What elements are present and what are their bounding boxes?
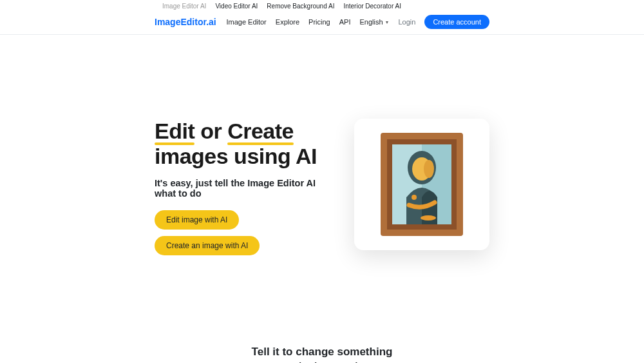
create-account-button[interactable]: Create account [424,15,489,29]
section2-title: Tell it to change something [0,346,644,358]
top-link-image-editor-ai[interactable]: Image Editor AI [162,3,206,10]
create-image-button[interactable]: Create an image with AI [155,236,260,255]
svg-point-7 [421,215,436,221]
language-label: English [359,18,383,26]
hero-section: Edit or Create images using AI It's easy… [0,35,644,255]
nav-image-editor[interactable]: Image Editor [226,18,266,26]
hero-title-or: or [194,119,227,143]
nav-api[interactable]: API [339,18,351,26]
cta-group: Edit image with AI Create an image with … [155,210,328,255]
top-product-links: Image Editor AI Video Editor AI Remove B… [0,0,644,12]
tell-it-section: Tell it to change something "Make the ca… [0,255,644,363]
nav-explore[interactable]: Explore [276,18,299,26]
navbar: ImageEditor.ai Image Editor Explore Pric… [0,12,644,35]
nav-right: Image Editor Explore Pricing API English… [226,15,489,29]
hero-title-create: Create [227,119,294,144]
nav-pricing[interactable]: Pricing [308,18,330,26]
hero-image-card [354,119,489,250]
language-dropdown[interactable]: English ▼ [359,18,389,26]
hero-left: Edit or Create images using AI It's easy… [155,119,328,255]
hero-title: Edit or Create images using AI [155,119,328,169]
chevron-down-icon: ▼ [385,20,390,25]
mona-lisa-icon [381,133,463,236]
top-link-remove-background-ai[interactable]: Remove Background AI [267,3,334,10]
hero-subtitle: It's easy, just tell the Image Editor AI… [155,178,328,199]
edit-image-button[interactable]: Edit image with AI [155,210,239,230]
hero-right [354,119,489,255]
top-link-video-editor-ai[interactable]: Video Editor AI [215,3,258,10]
svg-point-8 [412,195,417,200]
hero-title-edit: Edit [155,119,194,144]
hero-title-rest: images using AI [155,144,317,168]
brand-logo[interactable]: ImageEditor.ai [155,17,216,27]
svg-point-6 [424,160,434,178]
login-link[interactable]: Login [398,18,415,26]
top-link-interior-decorator-ai[interactable]: Interior Decorator AI [343,3,401,10]
